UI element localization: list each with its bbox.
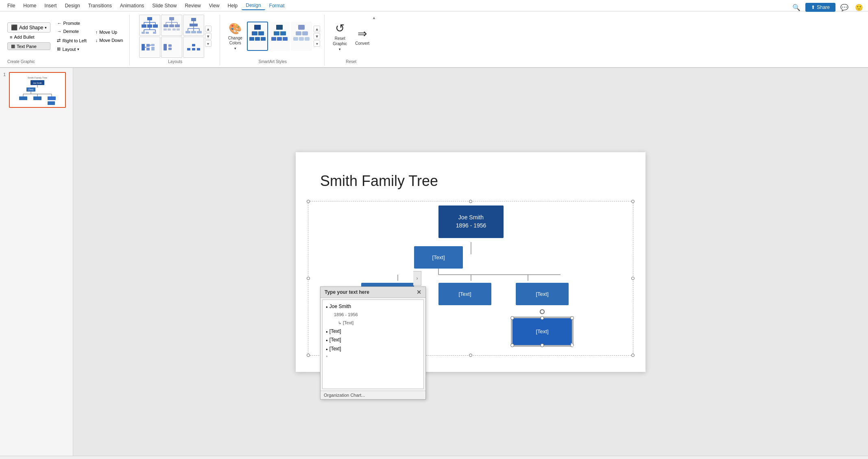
rotate-handle[interactable]	[540, 309, 545, 314]
smartart-scroll-up[interactable]: ▲	[314, 26, 320, 32]
org-node-level2c[interactable]: [Text]	[516, 283, 569, 305]
main-area: Smith Family Tree	[73, 68, 868, 456]
add-shape-dropdown-icon[interactable]: ▾	[45, 26, 47, 30]
convert-button[interactable]: ⇒ Convert	[352, 24, 373, 48]
handle-mr[interactable]	[631, 277, 635, 280]
smartart-expand[interactable]: ▾	[314, 40, 320, 47]
smartart-styles-buttons: 🎨 ChangeColors ▾	[225, 15, 320, 58]
layout-thumb-6[interactable]	[183, 37, 204, 58]
text-pane-item-1: ● Joe Smith	[326, 302, 420, 311]
handle-tm[interactable]	[469, 200, 472, 203]
svg-rect-59	[255, 37, 260, 41]
handle-tl[interactable]	[307, 200, 310, 203]
menu-animations[interactable]: Animations	[116, 2, 148, 10]
search-icon-btn[interactable]: 🔍	[791, 2, 802, 13]
svg-rect-70	[293, 37, 298, 41]
text-pane-body[interactable]: ● Joe Smith 1896 - 1956 ↳ [Text] ● [Text	[322, 299, 424, 389]
menu-help[interactable]: Help	[224, 2, 242, 10]
svg-rect-45	[151, 44, 155, 46]
text-pane-collapse-arrow[interactable]: ›	[413, 271, 421, 286]
node-handle-bm[interactable]	[541, 343, 544, 347]
move-up-button[interactable]: ↑ Move Up	[93, 28, 126, 36]
svg-rect-52	[187, 48, 190, 50]
comment-icon-btn[interactable]: 💬	[839, 2, 850, 13]
menu-design-active[interactable]: Design	[242, 1, 265, 10]
style-thumb-3[interactable]	[291, 22, 312, 51]
menu-format[interactable]: Format	[265, 2, 289, 10]
add-shape-button[interactable]: ⬛ Add Shape ▾	[7, 22, 50, 33]
root-text: Joe Smith1896 - 1956	[456, 214, 486, 230]
app-body: 1 Smith Family Tree Joe Smith [Text]	[0, 68, 868, 456]
text-pane-button[interactable]: ▦ Text Pane	[7, 42, 50, 50]
svg-rect-26	[168, 28, 171, 31]
menu-design[interactable]: Design	[61, 2, 84, 10]
promote-button[interactable]: ← Promote	[55, 20, 89, 27]
layout-thumb-2[interactable]	[161, 15, 182, 36]
org-node-level2b[interactable]: [Text]	[438, 283, 491, 305]
layout-scroll-up[interactable]: ▲	[205, 26, 212, 32]
menu-view[interactable]: View	[205, 2, 224, 10]
reset-graphic-label: Reset Graphic	[333, 36, 347, 46]
handle-br[interactable]	[631, 354, 635, 357]
menu-slideshow[interactable]: Slide Show	[148, 2, 181, 10]
handle-ml[interactable]	[307, 277, 310, 280]
slide-thumb-1[interactable]: Smith Family Tree Joe Smith [Text]	[9, 72, 66, 108]
demote-button[interactable]: → Demote	[55, 28, 89, 35]
change-colors-dropdown[interactable]: ▾	[234, 46, 236, 50]
svg-rect-51	[192, 44, 195, 46]
node-handle-tl[interactable]	[510, 316, 514, 320]
smiley-icon-btn[interactable]: 🙂	[853, 2, 865, 13]
reset-graphic-button[interactable]: ↺ Reset Graphic ▾	[329, 19, 350, 54]
layouts-label: Layouts	[168, 59, 182, 64]
layouts-group: ▲ ▼ ▾ Layouts	[131, 15, 220, 66]
node-handle-bl[interactable]	[510, 343, 514, 347]
handle-bm[interactable]	[469, 354, 472, 357]
menu-transitions[interactable]: Transitions	[84, 2, 116, 10]
menu-home[interactable]: Home	[19, 2, 40, 10]
layout-button[interactable]: ⊞ Layout ▾	[55, 45, 89, 53]
convert-label: Convert	[355, 41, 369, 46]
node-handle-tm[interactable]	[541, 316, 544, 320]
layout-thumb-1[interactable]	[139, 15, 160, 36]
layout-thumb-4[interactable]	[139, 37, 160, 58]
right-to-left-button[interactable]: ⇄ Right to Left	[55, 37, 89, 44]
text-pane-close-button[interactable]: ✕	[417, 289, 421, 295]
svg-line-92	[438, 275, 471, 281]
ribbon-content: ⬛ Add Shape ▾ ≡ Add Bullet ▦ Text Pane	[3, 13, 865, 67]
style-thumb-1[interactable]	[247, 22, 268, 51]
level2c-text: [Text]	[536, 291, 548, 297]
style-thumb-2[interactable]	[269, 22, 290, 51]
org-node-child1[interactable]: [Text]	[414, 246, 463, 269]
layout-thumb-3[interactable]	[183, 15, 204, 36]
org-chart-link[interactable]: Organization Chart...	[321, 391, 425, 399]
handle-bl[interactable]	[307, 354, 310, 357]
slide-canvas[interactable]: Smith Family Tree	[296, 152, 646, 372]
add-bullet-button[interactable]: ≡ Add Bullet	[7, 33, 50, 41]
layout-expand[interactable]: ▾	[205, 40, 212, 47]
handle-tr[interactable]	[631, 200, 635, 203]
layout-icon: ⊞	[57, 46, 61, 52]
svg-rect-13	[142, 32, 145, 34]
svg-rect-61	[276, 25, 283, 30]
share-button[interactable]: ⬆ Share	[805, 3, 835, 12]
add-bullet-icon: ≡	[10, 35, 12, 39]
collapse-ribbon-icon[interactable]: ▲	[372, 15, 376, 20]
org-node-root[interactable]: Joe Smith1896 - 1956	[438, 205, 504, 238]
change-colors-button[interactable]: 🎨 ChangeColors ▾	[225, 21, 245, 52]
move-down-button[interactable]: ↓ Move Down	[93, 37, 126, 44]
org-node-level3[interactable]: [Text] ↻	[512, 317, 573, 346]
layout-scroll-down[interactable]: ▼	[205, 33, 212, 39]
menu-file[interactable]: File	[3, 2, 19, 10]
move-up-label: Move Up	[99, 30, 117, 35]
level3-text: [Text]	[536, 328, 548, 334]
node-handle-tr[interactable]	[570, 316, 574, 320]
svg-rect-0	[147, 17, 152, 20]
create-graphic-cols: ⬛ Add Shape ▾ ≡ Add Bullet ▦ Text Pane	[7, 22, 50, 50]
layout-thumb-5[interactable]	[161, 37, 182, 58]
menu-review[interactable]: Review	[181, 2, 205, 10]
menu-insert[interactable]: Insert	[40, 2, 61, 10]
reset-graphic-dropdown[interactable]: ▾	[339, 47, 341, 51]
layouts-container: ▲ ▼ ▾	[139, 15, 212, 58]
svg-text:Smith Family Tree: Smith Family Tree	[28, 76, 48, 79]
smartart-scroll-down[interactable]: ▼	[314, 33, 320, 39]
